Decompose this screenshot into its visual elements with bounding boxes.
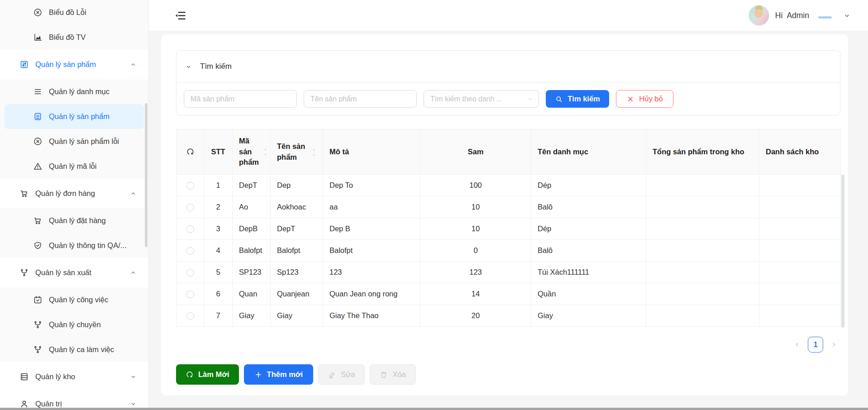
user-menu[interactable]: Hi Admin [749, 5, 851, 26]
column-header-mota: Mô tả [323, 129, 420, 175]
horizontal-scrollbar[interactable] [0, 408, 868, 410]
cell-mota: 123 [323, 262, 420, 283]
cell-dskho [759, 262, 841, 283]
column-header-sam: Sam [420, 129, 531, 175]
control-icon [19, 60, 29, 69]
row-radio[interactable] [186, 291, 194, 298]
sidebar-item-label: Quản lý mã lỗi [49, 162, 137, 171]
main-area: Hi Admin Tìm kiếm [149, 0, 868, 410]
cell-mota: Quan Jean ong rong [323, 283, 420, 305]
sidebar-scrollbar[interactable] [145, 103, 148, 247]
cell-ma: DepT [233, 175, 271, 196]
sidebar-item-quan-ly-kho[interactable]: Quản lý kho [0, 364, 148, 389]
caret-up-icon [263, 148, 268, 152]
cell-select [176, 305, 204, 327]
table-scrollbar[interactable] [841, 175, 844, 328]
next-page-icon[interactable] [830, 341, 838, 348]
sidebar-item-quan-ly-san-xuat[interactable]: Quản lý sản xuất [0, 260, 148, 285]
search-panel: Tìm kiếm Tìm kiếm theo danh ... Tìm kiếm [176, 50, 840, 115]
sidebar-item-quan-ly-san-pham-parent[interactable]: Quản lý sản phẩm [0, 52, 148, 77]
sidebar-item-quan-ly-ma-loi[interactable]: Quản lý mã lỗi [0, 154, 148, 179]
row-radio[interactable] [186, 312, 194, 320]
cell-danhmuc: Giay [531, 305, 646, 327]
column-header-select[interactable] [176, 129, 204, 175]
caret-up-icon [311, 148, 316, 152]
table-row: 6QuanQuanjeanQuan Jean ong rong14Quần [176, 283, 841, 305]
cell-sam: 10 [420, 218, 531, 240]
sidebar-item-quan-ly-san-pham[interactable]: Quản lý sản phẩm [5, 104, 144, 129]
cell-select [176, 262, 204, 283]
sidebar-item-label: Quản lý thông tin QA/... [49, 241, 137, 250]
cell-sam: 14 [420, 283, 531, 305]
cell-stt: 4 [204, 240, 233, 262]
row-radio[interactable] [186, 269, 194, 277]
cell-danhmuc: Dép [531, 175, 646, 196]
sidebar-item-label: Quản lý sản phẩm lỗi [49, 137, 137, 146]
delete-button[interactable]: Xóa [370, 364, 415, 385]
sidebar-item-quan-ly-cong-viec[interactable]: Quản lý công việc [0, 287, 148, 312]
reload-icon [186, 371, 194, 379]
column-header-tong: Tổng sản phẩm trong kho [646, 129, 759, 175]
sidebar-item-label: Quản lý sản xuất [35, 268, 124, 277]
sidebar-item-quan-ly-dat-hang[interactable]: Quản lý đặt hàng [0, 208, 148, 233]
page-number[interactable]: 1 [808, 337, 823, 353]
row-radio[interactable] [186, 247, 194, 255]
sidebar-item-quan-ly-don-hang[interactable]: Quản lý đơn hàng [0, 181, 148, 206]
sidebar-item-quan-tri[interactable]: Quản trị [0, 391, 148, 410]
row-radio[interactable] [186, 182, 194, 190]
prev-page-icon[interactable] [793, 341, 801, 348]
sidebar-item-label: Quản lý sản phẩm [35, 60, 124, 69]
sidebar-item-quan-ly-san-pham-loi[interactable]: Quản lý sản phẩm lỗi [0, 129, 148, 154]
chevron-down-icon [130, 400, 137, 407]
cell-select [176, 196, 204, 218]
row-radio[interactable] [186, 225, 194, 233]
sidebar-item-bieu-do-loi[interactable]: Biểu đồ Lỗi [0, 0, 148, 25]
cell-tong [646, 240, 759, 262]
sidebar-item-quan-ly-chuyen[interactable]: Quản lý chuyền [0, 312, 148, 337]
chevron-down-icon [185, 63, 192, 70]
row-radio[interactable] [186, 204, 194, 211]
column-label: STT [211, 147, 225, 157]
sort-carets[interactable] [311, 148, 316, 156]
category-select[interactable]: Tìm kiếm theo danh ... [424, 90, 539, 108]
cell-ten: Balofpt [271, 240, 323, 262]
sidebar-item-quan-ly-ca-lam-viec[interactable]: Quản lý ca làm việc [0, 337, 148, 362]
reload-icon[interactable] [186, 148, 195, 156]
column-label: Danh sách kho [766, 147, 819, 157]
cell-danhmuc: Balô [531, 196, 646, 218]
menu-fold-icon[interactable] [174, 10, 186, 22]
product-code-input[interactable] [184, 90, 297, 108]
sidebar-item-label: Quản lý ca làm việc [49, 345, 137, 354]
sidebar-item-bieu-do-tv[interactable]: Biểu đồ TV [0, 25, 148, 50]
column-header-ma[interactable]: Mã sản phẩm [233, 129, 271, 175]
sidebar-item-label: Quản lý đặt hàng [49, 216, 137, 225]
column-header-stt: STT [204, 129, 233, 175]
fork-icon [19, 268, 29, 277]
column-label: Sam [468, 147, 484, 157]
cell-mota: Giay The Thao [323, 305, 420, 327]
sidebar-item-quan-ly-danh-muc[interactable]: Quản lý danh mục [0, 79, 148, 104]
sidebar-group: Quản lý công việcQuản lý chuyềnQuản lý c… [0, 287, 148, 362]
cell-sam: 123 [420, 262, 531, 283]
cell-tong [646, 262, 759, 283]
cell-dskho [759, 283, 841, 305]
user-greeting: Hi Admin [775, 11, 809, 20]
product-name-input[interactable] [304, 90, 417, 108]
cell-select [176, 240, 204, 262]
edit-button[interactable]: Sửa [318, 364, 365, 385]
refresh-button[interactable]: Làm Mới [176, 364, 239, 385]
search-form: Tìm kiếm theo danh ... Tìm kiếm Hủy bỏ [176, 83, 840, 115]
app-root: Biểu đồ LỗiBiểu đồ TVQuản lý sản phẩmQuả… [0, 0, 868, 410]
add-new-button[interactable]: Thêm mới [244, 364, 314, 385]
pagination: 1 [176, 337, 838, 353]
search-button[interactable]: Tìm kiếm [546, 90, 609, 108]
cancel-button[interactable]: Hủy bỏ [616, 90, 673, 108]
product-table: STTMã sản phẩmTên sản phẩmMô tảSamTên da… [176, 129, 841, 327]
sort-carets[interactable] [263, 148, 268, 156]
sidebar-item-quan-ly-thong-tin-qa[interactable]: Quản lý thông tin QA/... [0, 233, 148, 258]
sidebar-item-label: Quản lý sản phẩm [49, 112, 137, 121]
table-row: 5SP123Sp123123123Túi Xách111111 [176, 262, 841, 283]
search-panel-toggle[interactable]: Tìm kiếm [176, 51, 840, 83]
content: Tìm kiếm Tìm kiếm theo danh ... Tìm kiếm [149, 31, 868, 410]
column-header-ten[interactable]: Tên sản phẩm [271, 129, 323, 175]
